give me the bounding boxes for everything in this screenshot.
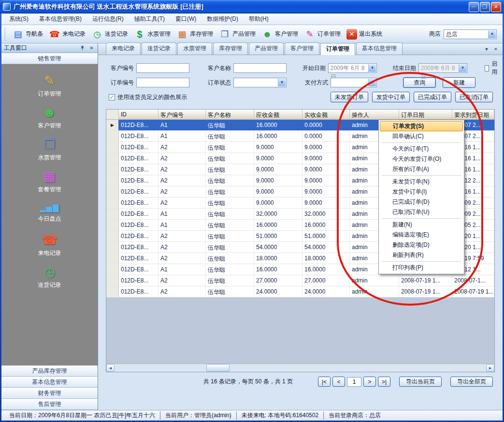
last-page-button[interactable]: >|	[378, 377, 390, 387]
table-row[interactable]: 012D-E8... A2 伍华聪 27.0000 27.0000 admin …	[106, 275, 494, 286]
grid-column-header[interactable]: 订单日期	[399, 110, 452, 119]
sidebar-item[interactable]: ❒ 水票管理	[1, 134, 98, 166]
context-menu-item[interactable]: 发货中订单(I)	[380, 187, 463, 197]
start-date-picker[interactable]: 2009年 6月 8日 ▼	[328, 63, 377, 73]
query-button[interactable]: 查询	[403, 77, 436, 88]
context-menu-item[interactable]: 未发货订单(N)	[380, 177, 463, 187]
menu-bar-item[interactable]: 系统(S)	[4, 13, 33, 25]
store-select[interactable]: 总店 ▼	[444, 29, 497, 39]
sidebar-section[interactable]: 财务管理	[1, 388, 98, 399]
order-status-filter-button[interactable]: 已完成订单	[414, 92, 451, 102]
horizontal-scrollbar[interactable]: ◄ ►	[106, 364, 494, 372]
scroll-right-icon[interactable]: ►	[486, 364, 494, 372]
sidebar-item[interactable]: ✎ 订单管理	[1, 70, 98, 102]
context-menu-item[interactable]: 今天的发货订单(O)	[380, 154, 463, 164]
grid-column-header[interactable]: 要求到货日期	[452, 110, 494, 119]
toolbar-button[interactable]: ☻ 客户管理	[259, 27, 301, 42]
tab-close-icon[interactable]: ✕	[492, 45, 500, 53]
export-current-page-button[interactable]: 导出当前页	[399, 377, 442, 387]
sidebar-item[interactable]: ▂▅▇ 今日盘点	[1, 197, 98, 229]
sidebar-item[interactable]: ☻ 客户管理	[1, 102, 98, 134]
color-checkbox[interactable]: ✓	[109, 94, 115, 100]
pay-method-select[interactable]: ▼	[331, 78, 377, 87]
sidebar-section[interactable]: 售后管理	[1, 399, 98, 410]
end-date-picker[interactable]: 2009年 6月 8日 ▼	[418, 63, 467, 73]
sidebar-item[interactable]: ☎ 来电记录	[1, 229, 98, 261]
grid-column-header[interactable]: 实收金额	[302, 110, 350, 119]
scrollbar-track[interactable]	[115, 364, 486, 372]
context-menu-item[interactable]: 今天的订单(T)	[380, 144, 463, 154]
menu-bar-item[interactable]: 数据维护(D)	[202, 13, 243, 25]
grid-column-header[interactable]: 客户编号	[158, 110, 206, 119]
toolbar-button[interactable]: ▤ 导航条	[9, 27, 46, 42]
maximize-button[interactable]: ❐	[480, 2, 490, 12]
table-row[interactable]: 012D-E8... A2 伍华聪 24.0000 24.0000 admin …	[106, 286, 494, 297]
tab[interactable]: 客户管理	[285, 42, 319, 55]
menu-bar-item[interactable]: 帮助(H)	[244, 13, 274, 25]
sidebar-item[interactable]: ▦ 套餐管理	[1, 166, 98, 197]
context-menu-item[interactable]: 编辑选定项(E)	[380, 230, 463, 240]
context-menu-item[interactable]: 所有的订单(A)	[380, 164, 463, 174]
context-menu-item[interactable]: 已取消订单(U)	[380, 207, 463, 217]
toolbar-button[interactable]: ▦ 库存管理	[173, 27, 216, 42]
toolbar-button[interactable]: ✕ 退出系统	[344, 28, 385, 41]
order-status-filter-button[interactable]: 发货中订单	[372, 92, 410, 102]
export-all-pages-button[interactable]: 导出全部页	[450, 377, 493, 387]
enable-checkbox[interactable]	[485, 65, 489, 71]
next-page-button[interactable]: >	[363, 377, 376, 387]
customer-code-input[interactable]	[136, 63, 189, 73]
order-status-select[interactable]: ▼	[233, 78, 287, 87]
toolbar-button[interactable]: ✎ 订单管理	[301, 27, 344, 42]
status-segment: 当前用户：管理员(admin)	[160, 411, 236, 420]
close-button[interactable]: ✕	[491, 2, 501, 12]
order-status-filter-button[interactable]: 未发货订单	[331, 92, 368, 102]
first-page-button[interactable]: |<	[318, 377, 331, 387]
menu-bar-item[interactable]: 运行信息(R)	[87, 13, 129, 25]
scroll-left-icon[interactable]: ◄	[106, 364, 115, 372]
context-menu-item[interactable]: 删除选定项(D)	[380, 240, 463, 250]
cell-customer-code: A2	[158, 275, 206, 286]
toolbar-button[interactable]: ☎ 来电记录	[46, 27, 88, 42]
context-menu-item[interactable]: 打印列表(P)	[380, 263, 463, 273]
toolbar-button[interactable]: ❒ 产品管理	[216, 27, 259, 42]
order-code-input[interactable]	[136, 78, 189, 87]
new-button[interactable]: 新建	[443, 77, 475, 88]
context-menu-item[interactable]: 新建(N)	[380, 220, 463, 230]
grid-column-header[interactable]: 应收金额	[254, 110, 302, 119]
order-status-filter-button[interactable]: 已取消订单	[455, 92, 493, 102]
menu-bar-item[interactable]: 基本信息管理(B)	[34, 13, 86, 25]
customer-name-input[interactable]	[233, 63, 287, 73]
menu-bar-item[interactable]: 辅助工具(T)	[130, 13, 170, 25]
sidebar-item[interactable]: ◷ 送货记录	[1, 261, 98, 293]
context-menu-item	[380, 260, 463, 263]
page-number-input[interactable]	[347, 377, 361, 387]
toolbar-button[interactable]: $ 水票管理	[131, 27, 173, 42]
grid-column-header[interactable]: 操作人	[350, 110, 399, 119]
tab-list-dropdown-icon[interactable]: ▼	[483, 45, 490, 53]
pin-icon[interactable]	[79, 44, 86, 52]
tab[interactable]: 送货记录	[142, 42, 176, 55]
row-selector	[106, 242, 119, 253]
context-menu-item[interactable]: 已完成订单(D)	[380, 197, 463, 207]
scrollbar-thumb[interactable]	[206, 364, 230, 372]
context-menu-item[interactable]: 订单发货(S)	[380, 121, 463, 131]
sidebar-section[interactable]: 基本信息管理	[1, 377, 98, 388]
prev-page-button[interactable]: <	[332, 377, 345, 387]
toolbar-button[interactable]: ◷ 送货记录	[88, 27, 131, 42]
tab[interactable]: 订单管理	[320, 43, 355, 55]
sidebar-section-sales[interactable]: 销售管理	[1, 53, 98, 64]
grid-column-header[interactable]: ID	[119, 110, 158, 119]
tab[interactable]: 产品管理	[249, 42, 284, 55]
minimize-button[interactable]: ─	[469, 2, 479, 12]
grid-column-header[interactable]: 客户名称	[206, 110, 254, 119]
tab[interactable]: 库存管理	[213, 42, 248, 55]
tab[interactable]: 来电记录	[106, 42, 141, 55]
tool-window-close-icon[interactable]: ✕	[88, 44, 95, 52]
context-menu-item[interactable]: 刷新列表(R)	[380, 250, 463, 260]
product-icon: ❒	[219, 28, 230, 40]
menu-bar-item[interactable]: 窗口(W)	[171, 13, 201, 25]
tab[interactable]: 基本信息管理	[356, 42, 403, 55]
sidebar-section[interactable]: 产品库存管理	[1, 366, 98, 377]
tab[interactable]: 水票管理	[177, 42, 212, 55]
context-menu-item[interactable]: 回单确认(C)	[380, 131, 463, 141]
